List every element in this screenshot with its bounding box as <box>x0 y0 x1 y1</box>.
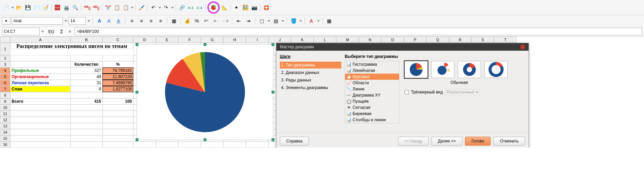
back-button[interactable]: << Назад <box>398 137 429 146</box>
col-head-Q[interactable]: Q <box>426 37 449 43</box>
format-paint-icon[interactable]: 🖌️ <box>137 3 146 12</box>
font-color-icon[interactable]: A <box>307 17 315 25</box>
cell[interactable]: Количество <box>70 61 102 67</box>
cell[interactable] <box>10 55 70 61</box>
cell[interactable] <box>10 104 70 111</box>
col-head-S[interactable]: S <box>471 37 494 43</box>
col-head-R[interactable]: R <box>449 37 471 43</box>
cell[interactable] <box>70 135 102 141</box>
fill-color-icon[interactable]: 🪣 <box>289 17 298 25</box>
formula-input[interactable] <box>74 28 642 35</box>
chart-type-1[interactable]: 📊Линейчатая <box>345 67 399 74</box>
copy-icon[interactable]: 📋 <box>113 3 121 12</box>
wizard-step-2[interactable]: 3. Ряды данных <box>280 77 341 84</box>
font-name-input[interactable]: Arial <box>12 17 63 25</box>
align-justify-icon[interactable]: ≡ <box>156 17 165 25</box>
cell[interactable] <box>70 92 102 98</box>
bold-icon[interactable]: A <box>95 17 104 25</box>
paste-dd[interactable] <box>131 7 134 9</box>
dec-inc-icon[interactable]: .0→ <box>212 17 220 25</box>
three-d-checkbox[interactable] <box>405 90 409 95</box>
row-head-14[interactable]: 14 <box>0 129 10 135</box>
new-doc-icon[interactable]: 📄 <box>2 3 10 12</box>
row-head-4[interactable]: 4 <box>0 67 10 74</box>
wizard-step-0[interactable]: 1. Тип диаграммы <box>280 62 341 68</box>
row-head-8[interactable]: 8 <box>0 92 10 98</box>
chart-type-8[interactable]: 📊Биржевая <box>345 111 399 117</box>
cell[interactable] <box>102 123 133 129</box>
chart-type-0[interactable]: 📊Гистограмма <box>345 61 399 67</box>
col-head-C[interactable]: C <box>102 37 133 43</box>
cell[interactable] <box>246 141 269 148</box>
border-style-icon[interactable]: ▤ <box>272 17 280 25</box>
three-d-mode-select[interactable]: Реалистичный <box>445 89 480 95</box>
row-head-16[interactable]: 16 <box>0 141 10 148</box>
col-head-I[interactable]: I <box>246 37 269 43</box>
cut-icon[interactable]: ✂️ <box>104 3 112 12</box>
col-head-D[interactable]: D <box>133 37 156 43</box>
cell[interactable] <box>10 111 70 117</box>
italic-icon[interactable]: A <box>105 17 113 25</box>
wizard-step-1[interactable]: 2. Диапазон данных <box>280 69 341 76</box>
hyperlink-icon[interactable]: 🔗 <box>178 3 186 12</box>
cell[interactable] <box>10 141 70 148</box>
cell[interactable]: 78,795181 <box>102 67 133 74</box>
chart-type-4[interactable]: 📉Линии <box>345 86 399 92</box>
cell[interactable]: 415 <box>70 98 102 104</box>
cell[interactable] <box>10 129 70 135</box>
row-head-13[interactable]: 13 <box>0 123 10 129</box>
equals-button[interactable]: = <box>67 29 73 34</box>
cell[interactable]: Всего <box>10 98 70 104</box>
undo-dd[interactable] <box>159 7 161 9</box>
help-icon[interactable]: 🛟 <box>262 3 270 12</box>
function-wizard-icon[interactable]: 📐 <box>220 3 229 12</box>
cell[interactable] <box>102 129 133 135</box>
style-select[interactable]: ▾ <box>2 17 10 25</box>
paste-icon[interactable]: 📋 <box>122 3 130 12</box>
chart-type-6[interactable]: ◯Пузырёк <box>345 98 399 104</box>
col-head-E[interactable]: E <box>156 37 178 43</box>
name-box[interactable]: C4:C7 <box>2 28 40 35</box>
subtype-donut-exploded[interactable] <box>484 61 508 78</box>
preview-icon[interactable]: 🔍 <box>71 3 79 12</box>
cell[interactable]: 327 <box>70 67 102 74</box>
next-button[interactable]: Далее >> <box>431 137 463 146</box>
col-head-L[interactable]: L <box>314 37 336 43</box>
name-box-dd[interactable] <box>41 31 44 33</box>
align-center-icon[interactable]: ≡ <box>137 17 146 25</box>
cell[interactable] <box>10 117 70 123</box>
col-head-G[interactable]: G <box>201 37 223 43</box>
cell[interactable] <box>70 117 102 123</box>
row-head-1[interactable]: 1 <box>0 43 10 55</box>
subtype-donut[interactable] <box>458 61 481 78</box>
select-all-corner[interactable] <box>0 37 10 43</box>
data-sources-icon[interactable]: 📷 <box>250 3 258 12</box>
wizard-step-3[interactable]: 4. Элементы диаграммы <box>280 84 341 91</box>
cell[interactable] <box>10 92 70 98</box>
cell[interactable] <box>102 111 133 117</box>
fontcolor-dd[interactable] <box>317 20 320 22</box>
col-head-H[interactable]: H <box>223 37 246 43</box>
cell[interactable]: 1,9277108 <box>102 86 133 92</box>
sum-button[interactable]: Σ <box>58 29 65 34</box>
cancel-button[interactable]: Отменить <box>493 137 525 146</box>
cell[interactable] <box>102 104 133 111</box>
cell[interactable]: 8 <box>70 86 102 92</box>
gallery-icon-2[interactable]: ▦ <box>325 17 333 25</box>
cell[interactable] <box>70 129 102 135</box>
finish-button[interactable]: Готово <box>465 137 491 146</box>
gallery-icon[interactable]: 🖼️ <box>241 3 249 12</box>
row-head-7[interactable]: 7 <box>0 86 10 92</box>
fx-button[interactable]: f(x) <box>45 29 57 34</box>
font-size-dd[interactable] <box>87 20 90 22</box>
align-right-icon[interactable]: ≡ <box>147 17 155 25</box>
row-head-15[interactable]: 15 <box>0 135 10 141</box>
col-head-F[interactable]: F <box>178 37 201 43</box>
borderstyle-dd[interactable] <box>282 20 284 22</box>
row-head-10[interactable]: 10 <box>0 104 10 111</box>
col-head-M[interactable]: M <box>336 37 359 43</box>
col-head-A[interactable]: A <box>10 37 70 43</box>
col-head-P[interactable]: P <box>404 37 426 43</box>
spell-on-icon[interactable]: ᴬᴮꞔ <box>83 3 91 12</box>
align-left-icon[interactable]: ≡ <box>128 17 136 25</box>
